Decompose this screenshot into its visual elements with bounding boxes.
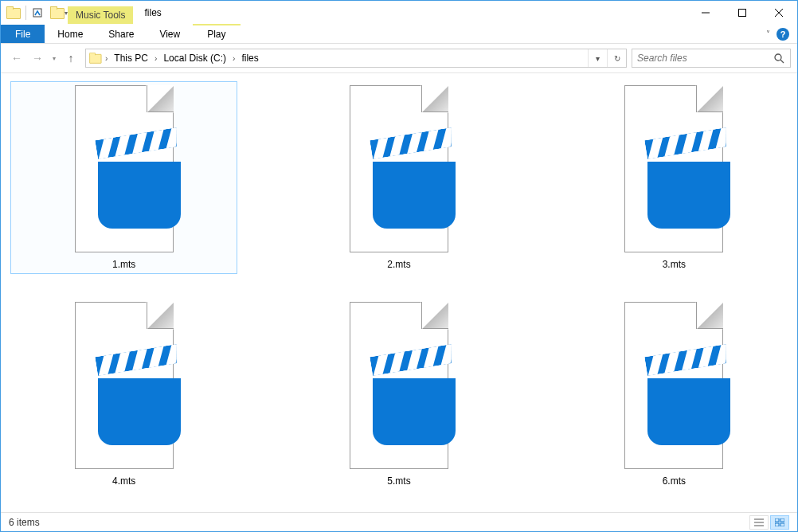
navigation-bar: ← → ▾ ↑ › This PC › Local Disk (C:) › fi… [1, 44, 797, 72]
maximize-button[interactable] [724, 1, 761, 25]
title-bar: ▾ Music Tools files [1, 1, 797, 25]
chevron-right-icon[interactable]: › [153, 54, 158, 63]
file-name: 2.mts [387, 259, 410, 270]
tab-view[interactable]: View [147, 25, 193, 43]
forward-button[interactable]: → [28, 49, 47, 68]
collapse-ribbon-icon[interactable]: ˅ [766, 29, 770, 38]
file-item[interactable]: 1.mts [10, 81, 237, 274]
properties-icon[interactable] [29, 4, 46, 22]
file-name: 5.mts [387, 475, 410, 487]
status-text: 6 items [9, 517, 40, 528]
address-bar[interactable]: › This PC › Local Disk (C:) › files ▾ ↻ [85, 49, 627, 68]
back-button[interactable]: ← [7, 49, 26, 68]
file-item[interactable]: 6.mts [561, 298, 788, 491]
svg-rect-2 [739, 10, 746, 17]
ribbon-tabs: File Home Share View Play ˅ ? [1, 25, 797, 44]
address-history-caret-icon[interactable]: ▾ [588, 49, 607, 67]
tab-home[interactable]: Home [45, 25, 96, 43]
svg-rect-10 [775, 518, 779, 522]
ribbon-right: ˅ ? [766, 25, 797, 43]
close-button[interactable] [761, 1, 797, 25]
location-folder-icon[interactable] [86, 52, 104, 65]
address-tools: ▾ ↻ [588, 49, 626, 67]
breadcrumb[interactable]: This PC [109, 49, 153, 67]
tab-file[interactable]: File [1, 25, 45, 43]
file-grid: 1.mts2.mts3.mts4.mts5.mts6.mts [1, 73, 797, 507]
file-item[interactable]: 5.mts [285, 298, 512, 491]
video-file-icon [335, 302, 463, 469]
view-mode-switcher [749, 515, 789, 530]
video-file-icon [610, 85, 737, 252]
details-view-icon[interactable] [749, 515, 769, 530]
video-file-icon [61, 85, 188, 252]
file-item[interactable]: 2.mts [285, 81, 512, 274]
context-tab-label: Music Tools [68, 6, 133, 24]
window-title: files [144, 1, 161, 25]
thumbnails-view-icon[interactable] [770, 515, 789, 530]
tab-play[interactable]: Play [193, 25, 240, 43]
video-file-icon [335, 85, 463, 252]
file-name: 4.mts [112, 475, 135, 487]
search-box[interactable] [632, 49, 791, 68]
file-item[interactable]: 4.mts [10, 298, 237, 491]
breadcrumb[interactable]: Local Disk (C:) [158, 49, 231, 67]
svg-rect-13 [780, 523, 784, 526]
folder-icon[interactable] [4, 4, 22, 22]
chevron-right-icon[interactable]: › [104, 54, 109, 63]
file-name: 1.mts [112, 259, 135, 270]
minimize-button[interactable] [687, 1, 724, 25]
up-button[interactable]: ↑ [61, 49, 80, 68]
svg-point-5 [775, 54, 781, 61]
file-name: 3.mts [663, 259, 686, 270]
status-bar: 6 items [1, 512, 797, 531]
search-input[interactable] [632, 53, 768, 64]
file-item[interactable]: 3.mts [561, 81, 788, 274]
window-controls [687, 1, 797, 25]
quick-access-toolbar: ▾ [1, 1, 68, 25]
tab-share[interactable]: Share [96, 25, 147, 43]
content-area[interactable]: 1.mts2.mts3.mts4.mts5.mts6.mts [1, 72, 797, 512]
new-folder-icon[interactable] [48, 4, 65, 22]
refresh-icon[interactable]: ↻ [607, 49, 626, 67]
svg-line-6 [780, 60, 784, 63]
svg-rect-12 [775, 523, 779, 526]
svg-rect-0 [33, 9, 41, 17]
context-tab-header: Music Tools [68, 1, 133, 25]
video-file-icon [61, 302, 188, 469]
chevron-right-icon[interactable]: › [231, 54, 237, 63]
file-name: 6.mts [663, 475, 686, 487]
breadcrumb[interactable]: files [237, 49, 263, 67]
search-icon[interactable] [768, 49, 790, 67]
separator [25, 6, 26, 20]
help-icon[interactable]: ? [776, 28, 789, 41]
recent-locations-caret-icon[interactable]: ▾ [49, 55, 60, 62]
explorer-window: ▾ Music Tools files File Home Share View… [0, 0, 798, 532]
video-file-icon [610, 302, 737, 469]
svg-rect-11 [780, 518, 784, 522]
